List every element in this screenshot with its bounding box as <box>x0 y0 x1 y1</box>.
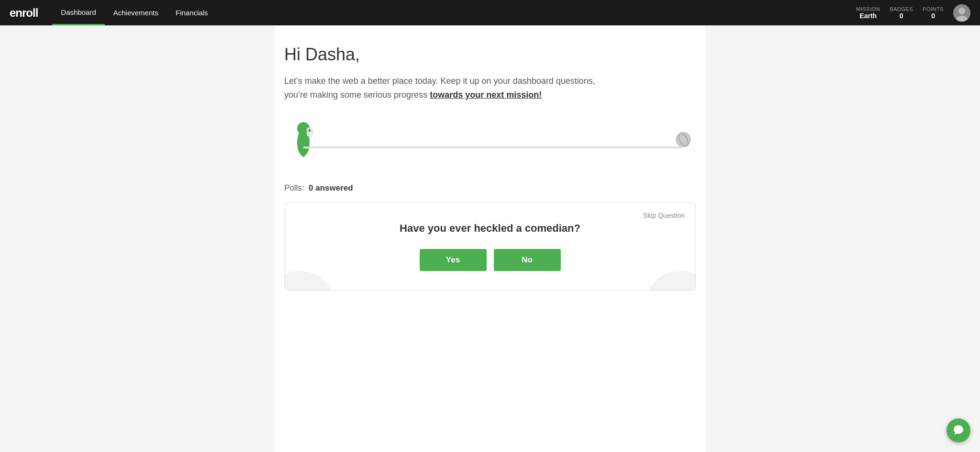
points-stat: Points 0 <box>923 6 944 20</box>
badges-label: Badges <box>890 6 913 12</box>
nav-achievements[interactable]: Achievements <box>105 0 167 25</box>
planet-icon <box>676 132 691 147</box>
mission-link[interactable]: towards your next mission! <box>430 90 542 100</box>
poll-buttons: Yes No <box>304 249 676 271</box>
poll-question: Have you ever heckled a comedian? <box>304 222 676 235</box>
no-button[interactable]: No <box>494 249 561 271</box>
mission-label: Mission <box>856 6 880 12</box>
avatar[interactable] <box>953 4 970 22</box>
brand-prefix: e <box>10 6 15 19</box>
brand-logo[interactable]: enroll <box>10 6 38 20</box>
yes-button[interactable]: Yes <box>420 249 487 271</box>
polls-count: 0 answered <box>309 183 353 192</box>
nav-financials[interactable]: Financials <box>167 0 217 25</box>
main-content: Hi Dasha, Let’s make the web a better pl… <box>275 25 705 452</box>
chat-button[interactable] <box>947 418 970 442</box>
navbar: enroll Dashboard Achievements Financials… <box>0 0 980 25</box>
progress-area: 🖱️ <box>284 121 696 164</box>
skip-question-link[interactable]: Skip Question <box>643 212 685 219</box>
progress-marker <box>296 121 311 157</box>
svg-point-9 <box>285 271 333 290</box>
points-label: Points <box>923 6 944 12</box>
nav-dashboard[interactable]: Dashboard <box>52 0 104 25</box>
svg-point-10 <box>647 271 695 290</box>
greeting: Hi Dasha, <box>284 45 696 65</box>
card-decoration-right <box>638 252 695 290</box>
svg-point-1 <box>958 8 965 14</box>
progress-track <box>303 147 681 148</box>
navbar-right: Mission Earth Badges 0 Points 0 <box>856 4 970 22</box>
poll-card: Skip Question Have you ever heckled a co… <box>284 203 696 291</box>
card-decoration-left <box>285 252 342 290</box>
svg-point-4 <box>297 122 310 135</box>
mission-value: Earth <box>859 12 877 20</box>
badges-value: 0 <box>900 12 903 20</box>
points-value: 0 <box>931 12 935 20</box>
svg-point-5 <box>302 154 305 157</box>
polls-label: Polls: 0 answered <box>284 183 696 193</box>
brand-name: nroll <box>15 6 38 19</box>
subtitle: Let’s make the web a better place today.… <box>284 74 619 102</box>
mission-stat: Mission Earth <box>856 6 880 20</box>
badges-stat: Badges 0 <box>890 6 913 20</box>
nav-links: Dashboard Achievements Financials <box>52 0 216 25</box>
polls-text: Polls: <box>284 183 304 192</box>
